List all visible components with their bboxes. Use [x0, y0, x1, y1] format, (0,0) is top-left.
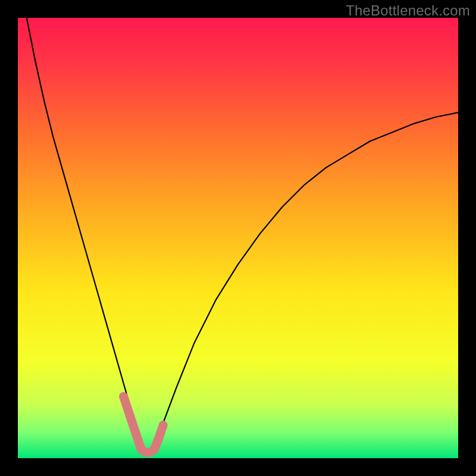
bottleneck-chart	[18, 18, 458, 458]
watermark-text: TheBottleneck.com	[346, 2, 470, 19]
plot-area	[18, 18, 458, 458]
gradient-background	[18, 18, 458, 458]
chart-frame: TheBottleneck.com	[0, 0, 476, 476]
